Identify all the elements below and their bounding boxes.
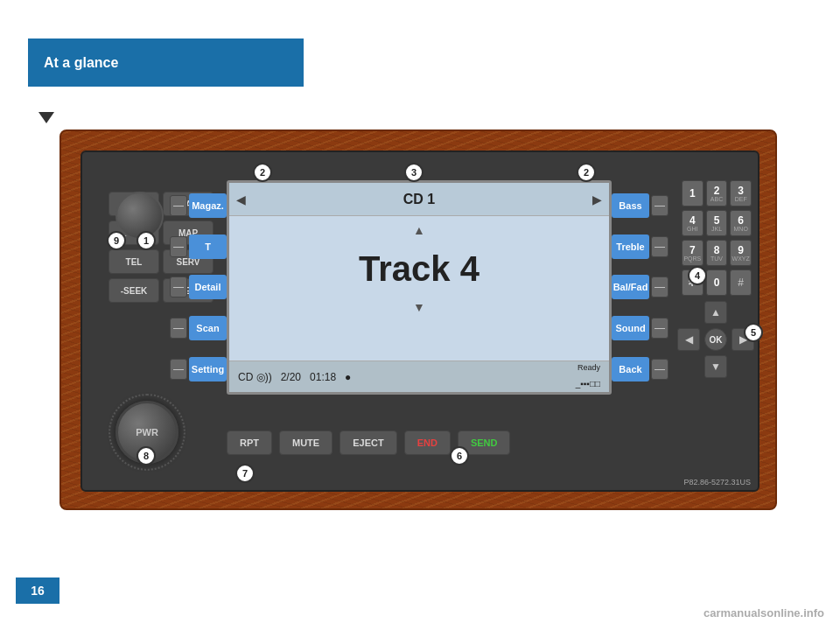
track-position: 2/20 [281,371,301,383]
detail-dash-btn[interactable]: — [170,276,187,298]
track-time: 01:18 [310,371,336,383]
signal-bars: _▪▪▪□□ [576,379,600,388]
track-down-icon[interactable]: ▼ [413,300,425,314]
bass-label-btn[interactable]: Bass [612,193,649,218]
inner-panel: AUDIO SAT NAV MAP TEL SERV -SEEK SEEK+ —… [80,150,760,492]
sound-dash-btn[interactable]: — [651,318,668,339]
callout-6: 6 [450,446,469,466]
callout-1: 1 [136,231,156,250]
key-3[interactable]: 3DEF [730,180,752,206]
track-display: ▲ Track 4 ▼ [229,216,609,321]
callout-9: 9 [107,231,126,250]
setting-dash-btn[interactable]: — [170,359,187,380]
nav-down-button[interactable]: ▼ [704,355,727,378]
key-9[interactable]: 9WXYZ [730,240,752,266]
callout-8: 8 [136,446,156,466]
eject-button[interactable]: EJECT [340,430,396,455]
unit-container: AUDIO SAT NAV MAP TEL SERV -SEEK SEEK+ —… [60,130,777,510]
key-6[interactable]: 6MNO [730,210,752,236]
page-number: 16 [16,578,60,604]
magaz-dash-btn[interactable]: — [170,195,187,216]
key-2[interactable]: 2ABC [706,180,728,206]
ready-text: Ready [578,363,600,372]
back-label-btn[interactable]: Back [612,357,649,382]
nav-left-button[interactable]: ◀ [677,328,700,351]
numpad-row-3: 7PQRS 8TUV 9WXYZ [682,240,752,266]
key-hash[interactable]: # [730,270,752,296]
balfad-dash-btn[interactable]: — [651,276,668,298]
magaz-menu-item: — Magaz. [170,190,227,221]
key-4[interactable]: 4GHI [682,210,704,236]
callout-4: 4 [688,266,707,285]
track-number: Track 4 [359,249,480,289]
t-dash-btn[interactable]: — [170,236,187,257]
end-button[interactable]: END [404,430,451,455]
back-dash-btn[interactable]: — [651,359,668,380]
figure-reference: P82.86-5272.31US [683,478,751,486]
key-5[interactable]: 5JKL [706,210,728,236]
screen-status-bar: CD ◎)) 2/20 01:18 ● Ready _▪▪▪□□ [229,360,609,392]
key-0[interactable]: 0 [706,270,728,296]
detail-label-btn[interactable]: Detail [189,275,227,299]
sound-label-btn[interactable]: Sound [612,316,649,340]
callout-3: 3 [404,163,424,182]
treble-dash-btn[interactable]: — [651,236,668,257]
down-arrow-icon [38,112,54,123]
cd-right-arrow-icon[interactable]: ▶ [592,192,602,206]
t-menu-item: — T [170,231,227,262]
key-1[interactable]: 1 [682,180,704,206]
screen-top-bar: ◀ CD 1 ▶ [229,183,609,216]
numpad-row-1: 1 2ABC 3DEF [682,180,752,206]
nav-ok-button[interactable]: OK [704,328,727,351]
minus-seek-button[interactable]: -SEEK [108,278,159,303]
watermark: carmanualsonline.info [704,606,824,620]
balfad-menu-item: Bal/Fad — [612,271,668,303]
key-8[interactable]: 8TUV [706,240,728,266]
callout-2-left: 2 [253,163,272,182]
bass-menu-item: Bass — [612,190,668,221]
scan-dash-btn[interactable]: — [170,318,187,339]
callout-5: 5 [744,323,763,342]
right-menu: Bass — Treble — Bal/Fad — Sound — Back — [612,180,668,395]
header-bar: At a glance [28,38,304,87]
treble-label-btn[interactable]: Treble [612,234,649,259]
cd-status-icon: CD ◎)) [238,371,272,383]
scan-menu-item: — Scan [170,312,227,344]
tel-button[interactable]: TEL [108,249,159,274]
treble-menu-item: Treble — [612,231,668,262]
setting-label-btn[interactable]: Setting [189,357,227,382]
left-menu: — Magaz. — T — Detail — Scan — Setting [170,180,227,395]
callout-2-right: 2 [577,163,596,182]
nav-cluster: ▲ ▼ ◀ ▶ OK [677,301,754,378]
nav-up-button[interactable]: ▲ [704,301,727,324]
setting-menu-item: — Setting [170,354,227,385]
back-menu-item: Back — [612,354,668,385]
record-icon: ● [345,371,351,383]
sound-menu-item: Sound — [612,312,668,344]
numpad-row-2: 4GHI 5JKL 6MNO [682,210,752,236]
scan-label-btn[interactable]: Scan [189,316,227,340]
key-7[interactable]: 7PQRS [682,240,704,266]
magaz-label-btn[interactable]: Magaz. [189,193,227,218]
t-label-btn[interactable]: T [189,234,227,259]
detail-menu-item: — Detail [170,271,227,303]
page-title: At a glance [44,55,118,71]
track-up-icon[interactable]: ▲ [413,223,425,237]
mute-button[interactable]: MUTE [279,430,332,455]
cd-left-arrow-icon[interactable]: ◀ [236,192,246,206]
main-screen: ◀ CD 1 ▶ ▲ Track 4 ▼ CD ◎)) 2/20 01:18 ●… [227,180,612,395]
balfad-label-btn[interactable]: Bal/Fad [612,275,649,299]
rpt-button[interactable]: RPT [227,430,272,455]
callout-7: 7 [235,464,255,483]
cd-title: CD 1 [246,192,592,207]
bass-dash-btn[interactable]: — [651,195,668,216]
